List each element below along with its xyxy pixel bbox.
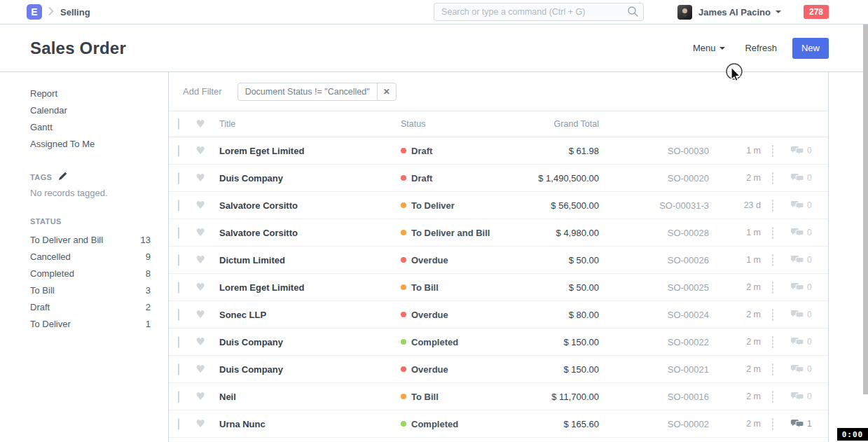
status-dot (401, 230, 406, 235)
status-filter-item[interactable]: Cancelled 9 (30, 249, 151, 265)
new-button[interactable]: New (792, 38, 829, 59)
sidebar-link[interactable]: Report (30, 85, 151, 102)
sales-order-row[interactable]: ♥ Urna Nunc Completed $ 165.60 SO-00002 … (169, 410, 828, 438)
breadcrumb-selling[interactable]: Selling (60, 7, 90, 18)
status-heading: STATUS (30, 217, 151, 226)
assign-placeholder[interactable] (772, 200, 773, 212)
sales-order-row[interactable]: ♥ Lorem Eget Limited Draft $ 61.98 SO-00… (169, 137, 828, 165)
heart-icon[interactable]: ♥ (195, 144, 205, 157)
row-title[interactable]: Duis Company (219, 364, 401, 375)
sales-order-row[interactable]: ♥ Salvatore Corsitto To Deliver and Bill… (169, 219, 828, 247)
row-status: To Deliver and Bill (401, 228, 492, 238)
notifications-badge[interactable]: 278 (804, 5, 829, 19)
status-filter-item[interactable]: To Deliver and Bill 13 (30, 232, 151, 249)
sidebar-link[interactable]: Assigned To Me (30, 136, 151, 153)
search-icon (627, 6, 639, 20)
heart-icon[interactable]: ♥ (195, 226, 205, 239)
heart-icon[interactable]: ♥ (195, 336, 205, 348)
row-checkbox[interactable] (178, 172, 179, 184)
sales-order-row[interactable]: ♥ Duis Company Draft $ 1,490,500.00 SO-0… (169, 165, 828, 192)
assign-placeholder[interactable] (772, 227, 773, 239)
column-header-grand-total: Grand Total (492, 119, 599, 129)
status-label: Completed (411, 419, 458, 429)
comment-count: 0 (807, 310, 812, 319)
heart-icon[interactable]: ♥ (195, 308, 205, 321)
row-title[interactable]: Duis Company (219, 337, 401, 347)
row-title[interactable]: Duis Company (219, 173, 401, 184)
assign-placeholder[interactable] (772, 254, 773, 266)
status-label: To Deliver (411, 200, 455, 211)
assign-placeholder[interactable] (772, 145, 773, 157)
row-title[interactable]: Neil (219, 392, 401, 402)
row-checkbox[interactable] (178, 145, 179, 157)
heart-icon[interactable]: ♥ (195, 199, 205, 212)
sales-order-row[interactable]: ♥ Duis Company Completed $ 150.00 SO-000… (169, 329, 828, 356)
row-checkbox[interactable] (178, 227, 179, 239)
sidebar-link[interactable]: Gantt (30, 119, 151, 136)
sales-order-row[interactable]: ♥ Lorem Eget Limited To Bill $ 50.00 SO-… (169, 274, 828, 301)
scrollbar-thumb[interactable] (863, 25, 868, 394)
heart-icon[interactable]: ♥ (195, 254, 205, 266)
sales-order-row[interactable]: ♥ Salvatore Corsitto To Deliver $ 56,500… (169, 192, 828, 219)
select-all-checkbox[interactable] (178, 118, 179, 130)
sales-order-row[interactable]: ♥ Dictum Limited Overdue $ 50.00 SO-0002… (169, 247, 828, 274)
row-checkbox[interactable] (178, 336, 179, 348)
sales-order-row[interactable]: ♥ Sonec LLP Overdue $ 80.00 SO-00024 2 m (169, 301, 828, 329)
sales-order-row[interactable]: ♥ Duis Company Overdue $ 150.00 SO-00021… (169, 356, 828, 383)
sidebar-links: Report Calendar Gantt Assigned To Me (30, 85, 151, 153)
add-filter-button[interactable]: Add Filter (183, 86, 222, 97)
row-title[interactable]: Urna Nunc (219, 419, 401, 429)
comment-icon: 1 (790, 419, 812, 429)
row-checkbox[interactable] (178, 391, 179, 403)
row-document-id: SO-00025 (599, 282, 709, 293)
row-checkbox[interactable] (178, 282, 179, 293)
row-title[interactable]: Lorem Eget Limited (219, 146, 401, 156)
row-grand-total: $ 11,700.00 (492, 392, 599, 402)
row-checkbox[interactable] (178, 418, 179, 430)
status-dot (401, 312, 406, 317)
status-filter-item[interactable]: To Deliver 1 (30, 316, 151, 333)
comment-icon: 0 (790, 364, 812, 375)
heart-icon[interactable]: ♥ (195, 281, 205, 293)
row-title[interactable]: Sonec LLP (219, 310, 401, 320)
sales-order-row[interactable]: ♥ Neil To Bill $ 11,700.00 SO-00016 2 m (169, 383, 828, 410)
row-checkbox[interactable] (178, 309, 179, 321)
search-input[interactable] (434, 3, 644, 21)
heart-icon[interactable]: ♥ (195, 390, 205, 403)
assign-placeholder[interactable] (772, 309, 773, 321)
sidebar-link[interactable]: Calendar (30, 102, 151, 119)
row-title[interactable]: Salvatore Corsitto (219, 200, 401, 211)
status-dot (401, 148, 406, 153)
row-grand-total: $ 80.00 (492, 310, 599, 320)
heart-icon[interactable]: ♥ (195, 118, 205, 130)
row-checkbox[interactable] (178, 254, 179, 266)
edit-tags-icon[interactable] (58, 172, 67, 182)
assign-placeholder[interactable] (772, 391, 773, 403)
assign-placeholder[interactable] (772, 172, 773, 184)
user-menu[interactable]: James Al Pacino (677, 5, 781, 20)
row-title[interactable]: Dictum Limited (219, 255, 401, 265)
heart-icon[interactable]: ♥ (195, 363, 205, 375)
refresh-button[interactable]: Refresh (745, 43, 777, 53)
remove-filter-icon[interactable]: ✕ (377, 83, 396, 100)
active-filter-label: Document Status != "Cancelled" (238, 83, 377, 100)
status-filter-item[interactable]: Draft 2 (30, 299, 151, 316)
recording-timer: 0:00 (837, 428, 868, 441)
avatar (677, 5, 692, 20)
heart-icon[interactable]: ♥ (195, 417, 205, 430)
assign-placeholder[interactable] (772, 418, 773, 430)
row-checkbox[interactable] (178, 364, 179, 375)
menu-button[interactable]: Menu (693, 43, 726, 53)
app-logo[interactable]: E (27, 4, 42, 20)
assign-placeholder[interactable] (772, 282, 773, 293)
assign-placeholder[interactable] (772, 364, 773, 375)
status-filter-item[interactable]: To Bill 3 (30, 282, 151, 299)
heart-icon[interactable]: ♥ (195, 172, 205, 184)
row-title[interactable]: Lorem Eget Limited (219, 282, 401, 293)
status-filter-item[interactable]: Completed 8 (30, 265, 151, 282)
assign-placeholder[interactable] (772, 336, 773, 348)
row-title[interactable]: Salvatore Corsitto (219, 228, 401, 238)
active-filter-chip[interactable]: Document Status != "Cancelled" ✕ (237, 83, 397, 101)
row-checkbox[interactable] (178, 200, 179, 212)
row-modified-time: 23 d (709, 200, 761, 210)
